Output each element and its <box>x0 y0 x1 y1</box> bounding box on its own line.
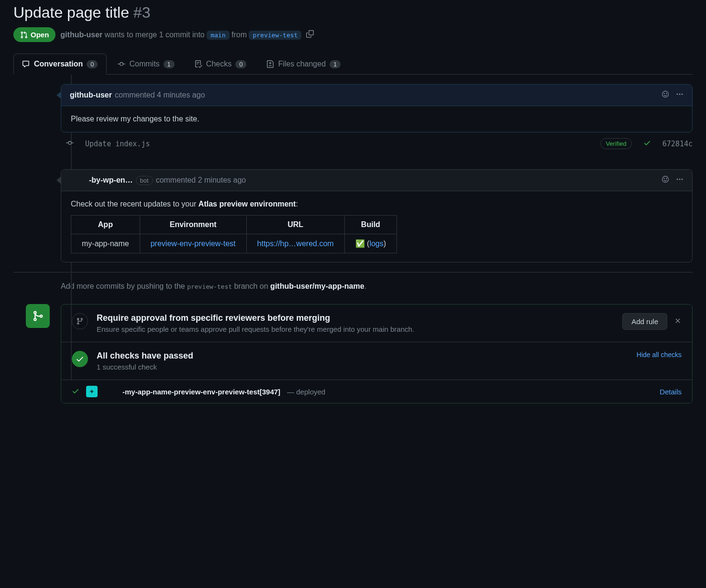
git-merge-icon <box>32 310 44 322</box>
git-pull-request-icon <box>20 31 28 39</box>
commits-counter: 1 <box>164 60 175 68</box>
svg-point-0 <box>662 91 669 98</box>
environment-table: App Environment URL Build my-app-name pr… <box>71 215 397 253</box>
td-app: my-app-name <box>71 234 140 253</box>
kebab-icon[interactable] <box>676 175 684 185</box>
files-counter: 1 <box>330 60 341 68</box>
approval-title: Require approval from specific reviewers… <box>97 313 614 323</box>
pr-tabs: Conversation 0 Commits 1 Checks 0 Files … <box>13 54 693 75</box>
check-circle-icon <box>72 351 88 367</box>
pr-number: #3 <box>133 4 151 21</box>
pr-title: Update page title #3 <box>13 4 693 22</box>
pr-state-badge: Open <box>13 27 55 42</box>
head-branch-label[interactable]: preview-test <box>249 31 301 40</box>
base-branch-label[interactable]: main <box>207 31 229 40</box>
check-status: — deployed <box>287 388 325 396</box>
hide-all-checks-link[interactable]: Hide all checks <box>637 351 682 359</box>
tab-conversation[interactable]: Conversation 0 <box>13 54 107 75</box>
svg-point-11 <box>682 179 683 180</box>
react-icon[interactable] <box>662 90 669 100</box>
th-build: Build <box>344 216 397 234</box>
svg-point-8 <box>666 178 667 179</box>
pr-author[interactable]: github-user <box>60 31 102 39</box>
tab-commits[interactable]: Commits 1 <box>109 54 183 74</box>
commit-message[interactable]: Update index.js <box>85 140 150 148</box>
svg-point-10 <box>679 179 681 180</box>
kebab-icon[interactable] <box>676 90 684 100</box>
git-commit-icon <box>66 139 74 148</box>
svg-point-3 <box>677 94 678 95</box>
divider <box>13 272 693 272</box>
url-link[interactable]: https://hp…wered.com <box>257 240 334 248</box>
td-build: ✅ (logs) <box>344 234 397 253</box>
tab-files-changed[interactable]: Files changed 1 <box>257 54 350 74</box>
bot-label: bot <box>136 176 153 185</box>
check-icon <box>72 387 79 396</box>
pr-state-label: Open <box>31 31 49 39</box>
comment-body: Please review my changes to the site. <box>61 106 692 132</box>
branch-rule-icon <box>72 313 88 329</box>
checks-title: All checks have passed <box>97 351 628 361</box>
check-item-row: ✦ -my-app-name-preview-env-preview-test[… <box>61 380 692 403</box>
svg-point-7 <box>664 178 664 179</box>
commit-row: Update index.js Verified 672814c <box>66 132 693 155</box>
bot-mini-avatar: ✦ <box>86 386 98 397</box>
svg-point-4 <box>679 94 681 95</box>
tab-checks[interactable]: Checks 0 <box>186 54 256 74</box>
author-comment: github-user commented 4 minutes ago Plea… <box>61 84 693 132</box>
verified-badge[interactable]: Verified <box>600 138 631 149</box>
comment-discussion-icon <box>22 60 30 68</box>
svg-point-1 <box>664 93 664 94</box>
bot-comment-meta: commented 2 minutes ago <box>156 176 246 185</box>
git-commit-icon <box>118 60 125 68</box>
check-details-link[interactable]: Details <box>660 388 682 396</box>
checks-subtitle: 1 successful check <box>97 363 628 371</box>
svg-point-5 <box>682 94 683 95</box>
comment-meta: commented 4 minutes ago <box>115 91 205 99</box>
conversation-counter: 0 <box>87 60 98 68</box>
bot-author[interactable]: -by-wp-en… <box>70 176 133 185</box>
svg-point-9 <box>677 179 678 180</box>
bot-comment-body: Check out the recent updates to your Atl… <box>61 191 692 262</box>
logs-link[interactable]: logs <box>369 240 383 248</box>
checklist-icon <box>195 60 202 68</box>
merge-box: Require approval from specific reviewers… <box>61 304 693 403</box>
checks-passed-section: All checks have passed 1 successful chec… <box>61 342 692 380</box>
env-link[interactable]: preview-env-preview-test <box>151 240 236 248</box>
check-icon <box>643 139 651 148</box>
merge-status-badge <box>26 304 50 328</box>
close-icon[interactable] <box>674 317 682 327</box>
th-url: URL <box>246 216 344 234</box>
push-tip: Add more commits by pushing to the previ… <box>61 282 693 295</box>
approval-section: Require approval from specific reviewers… <box>61 305 692 342</box>
check-name[interactable]: -my-app-name-preview-env-preview-test[39… <box>122 388 280 396</box>
react-icon[interactable] <box>662 175 669 185</box>
svg-point-2 <box>666 93 667 94</box>
table-row: my-app-name preview-env-preview-test htt… <box>71 234 397 253</box>
bot-comment: -by-wp-en… bot commented 2 minutes ago C… <box>61 169 693 262</box>
pr-title-text: Update page title <box>13 4 129 21</box>
approval-desc: Ensure specific people or teams approve … <box>97 325 614 333</box>
th-app: App <box>71 216 140 234</box>
checks-counter: 0 <box>235 60 246 68</box>
commit-sha[interactable]: 672814c <box>662 140 693 148</box>
comment-author[interactable]: github-user <box>70 91 112 99</box>
file-diff-icon <box>266 60 274 68</box>
pr-merge-description: github-user wants to merge 1 commit into… <box>60 31 301 39</box>
add-rule-button[interactable]: Add rule <box>622 313 667 330</box>
svg-point-6 <box>662 176 669 183</box>
copy-branch-icon[interactable] <box>306 30 314 39</box>
th-env: Environment <box>140 216 246 234</box>
